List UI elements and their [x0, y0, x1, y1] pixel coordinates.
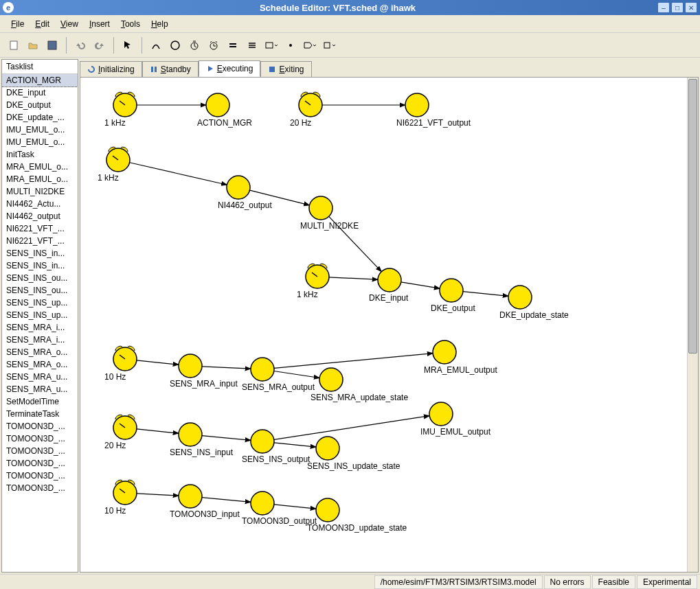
bars-icon[interactable] [244, 37, 260, 54]
tasklist-item[interactable]: SENS_INS_in... [2, 259, 78, 272]
tasklist-item[interactable]: SENS_MRA_o... [2, 358, 78, 371]
node-label: 1 kHz [297, 290, 318, 299]
svg-rect-0 [10, 41, 17, 49]
tasklist-item[interactable]: SENS_INS_up... [2, 309, 78, 321]
menu-help[interactable]: Help [146, 18, 174, 30]
tasklist-item[interactable]: IMU_EMUL_o... [2, 136, 78, 148]
menu-insert[interactable]: Insert [84, 18, 115, 30]
menu-tools[interactable]: Tools [115, 18, 146, 30]
canvas[interactable]: 1 kHzACTION_MGR20 HzNI6221_VFT_output1 k… [80, 77, 699, 573]
tasklist-item[interactable]: SENS_MRA_u... [2, 383, 78, 395]
window-controls: – □ ✕ [657, 2, 697, 13]
vertical-scrollbar[interactable] [687, 78, 698, 572]
redo-icon[interactable] [91, 37, 108, 54]
node-label: SENS_MRA_output [242, 382, 315, 392]
tasklist-item[interactable]: SENS_INS_up... [2, 297, 78, 309]
rect-dropdown-icon[interactable] [263, 37, 280, 54]
alarm-icon[interactable] [205, 37, 222, 54]
canvas-area: InitializingStandbyExecutingExiting 1 kH… [80, 59, 699, 573]
menu-edit[interactable]: Edit [30, 18, 55, 30]
tasklist-item[interactable]: ACTION_MGR [2, 74, 78, 86]
menu-file[interactable]: File [5, 18, 30, 30]
tabs: InitializingStandbyExecutingExiting [80, 59, 699, 77]
svg-rect-10 [269, 67, 275, 72]
statusbar: /home/esim/FTM3/RTSIM3/RTSIM3.model No e… [0, 574, 700, 589]
status-feasible: Feasible [592, 575, 635, 589]
pentagon-dropdown-icon[interactable] [302, 37, 318, 54]
menu-view[interactable]: View [55, 18, 84, 30]
tasklist-item[interactable]: TerminateTask [2, 408, 78, 420]
tasklist-item[interactable]: TOMOON3D_... [2, 420, 78, 432]
new-icon[interactable] [5, 37, 22, 54]
node-label: MULTI_NI2DKE [300, 221, 359, 231]
timer-icon[interactable] [186, 37, 203, 54]
close-button[interactable]: ✕ [685, 2, 697, 13]
tasklist-item[interactable]: MRA_EMUL_o... [2, 173, 78, 185]
node-label: DKE_input [369, 293, 408, 303]
window-title: Schedule Editor: VFT.sched @ ihawk [18, 3, 657, 13]
svg-rect-5 [266, 43, 273, 48]
menubar: FileEditViewInsertToolsHelp [0, 15, 700, 33]
pointer-icon[interactable] [120, 37, 136, 54]
tasklist-item[interactable]: InitTask [2, 148, 78, 161]
play-icon [206, 65, 214, 73]
status-path: /home/esim/FTM3/RTSIM3/RTSIM3.model [374, 575, 543, 589]
tasklist-item[interactable]: TOMOON3D_... [2, 432, 78, 445]
toolbar-separator [113, 37, 114, 54]
tasklist-item[interactable]: DKE_output [2, 99, 78, 111]
open-icon[interactable] [25, 37, 41, 54]
node-label: 10 Hz [104, 506, 126, 516]
toolbar-separator [142, 37, 142, 54]
svg-point-2 [171, 41, 179, 49]
undo-icon[interactable] [72, 37, 89, 54]
circle-icon[interactable] [167, 37, 183, 54]
tasklist-item[interactable]: TOMOON3D_... [2, 470, 78, 482]
tasklist-item[interactable]: TOMOON3D_... [2, 482, 78, 494]
tab-standby[interactable]: Standby [142, 61, 199, 77]
dot-icon[interactable] [282, 37, 299, 54]
tasklist-item[interactable]: NI4462_output [2, 210, 78, 222]
node-label: TOMOON3D_input [170, 509, 240, 519]
tasklist-item[interactable]: SENS_INS_ou... [2, 284, 78, 297]
tab-executing[interactable]: Executing [199, 60, 261, 77]
tasklist-item[interactable]: NI6221_VFT_... [2, 235, 78, 247]
node-label: SENS_INS_update_state [307, 461, 400, 471]
tasklist-item[interactable]: MULTI_NI2DKE [2, 185, 78, 198]
main-area: Tasklist ACTION_MGRDKE_inputDKE_outputDK… [0, 58, 700, 574]
tasklist-item[interactable]: TOMOON3D_... [2, 445, 78, 457]
tab-exiting[interactable]: Exiting [260, 61, 311, 77]
svg-rect-1 [48, 41, 56, 49]
tasklist-item[interactable]: SENS_MRA_i... [2, 334, 78, 346]
tasklist-item[interactable]: SENS_INS_in... [2, 247, 78, 259]
tasklist-item[interactable]: DKE_input [2, 86, 78, 99]
tasklist-item[interactable]: IMU_EMUL_o... [2, 124, 78, 136]
tab-label: Executing [217, 64, 253, 73]
tasklist-item[interactable]: SENS_MRA_i... [2, 321, 78, 334]
square-dropdown-icon[interactable] [321, 37, 337, 54]
tasklist-item[interactable]: DKE_update_... [2, 111, 78, 124]
node-label: TOMOON3D_update_state [307, 523, 407, 533]
cycle-icon [87, 65, 95, 73]
arc-icon[interactable] [148, 37, 164, 54]
node-label: SENS_MRA_input [170, 379, 238, 389]
tasklist-item[interactable]: TOMOON3D_... [2, 457, 78, 470]
status-mode: Experimental [637, 575, 697, 589]
svg-rect-8 [151, 67, 153, 72]
node-label: 20 Hz [104, 441, 126, 450]
minimize-button[interactable]: – [657, 2, 670, 13]
tasklist-item[interactable]: NI6221_VFT_... [2, 222, 78, 235]
equals-icon[interactable] [225, 37, 241, 54]
tab-initializing[interactable]: Initializing [80, 61, 142, 77]
node-label: MRA_EMUL_output [424, 365, 497, 375]
tasklist-item[interactable]: NI4462_Actu... [2, 198, 78, 210]
save-icon[interactable] [44, 37, 60, 54]
maximize-button[interactable]: □ [671, 2, 684, 13]
tasklist-item[interactable]: SENS_MRA_o... [2, 346, 78, 358]
scrollbar-thumb[interactable] [688, 79, 697, 354]
tasklist-item[interactable]: SetModelTime [2, 395, 78, 408]
node-label: 1 kHz [98, 173, 119, 183]
tasklist-item[interactable]: SENS_MRA_u... [2, 371, 78, 383]
tasklist-item[interactable]: SENS_INS_ou... [2, 272, 78, 284]
toolbar [0, 33, 700, 58]
tasklist-item[interactable]: MRA_EMUL_o... [2, 161, 78, 173]
